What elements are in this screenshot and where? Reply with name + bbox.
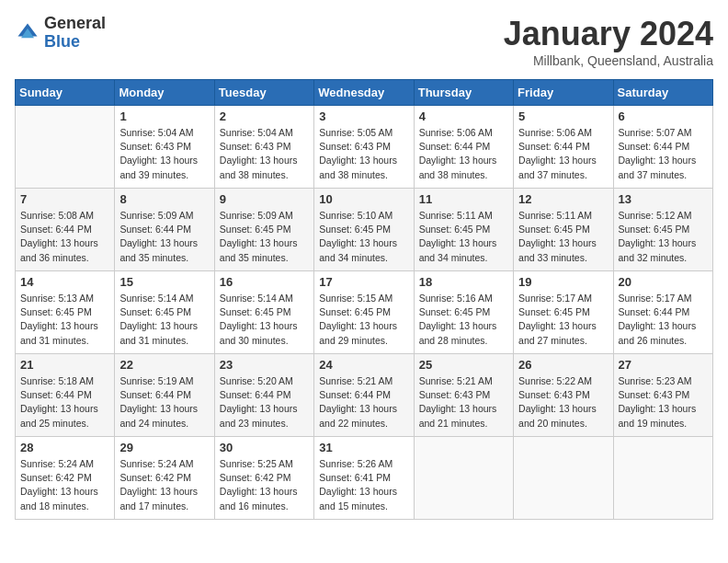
calendar-cell: 19Sunrise: 5:17 AM Sunset: 6:45 PM Dayli…	[514, 271, 613, 354]
day-of-week-header: Sunday	[16, 80, 115, 106]
calendar-cell: 15Sunrise: 5:14 AM Sunset: 6:45 PM Dayli…	[115, 271, 214, 354]
day-info: Sunrise: 5:24 AM Sunset: 6:42 PM Dayligh…	[20, 457, 109, 513]
calendar-cell: 29Sunrise: 5:24 AM Sunset: 6:42 PM Dayli…	[115, 437, 214, 520]
day-info: Sunrise: 5:08 AM Sunset: 6:44 PM Dayligh…	[20, 209, 109, 265]
day-number: 16	[220, 275, 309, 289]
day-info: Sunrise: 5:14 AM Sunset: 6:45 PM Dayligh…	[220, 292, 309, 348]
calendar-cell: 3Sunrise: 5:05 AM Sunset: 6:43 PM Daylig…	[314, 106, 414, 189]
day-number: 19	[518, 275, 608, 289]
calendar-cell: 7Sunrise: 5:08 AM Sunset: 6:44 PM Daylig…	[16, 189, 115, 271]
title-block: January 2024 Millbank, Queensland, Austr…	[504, 15, 713, 68]
calendar-cell: 8Sunrise: 5:09 AM Sunset: 6:44 PM Daylig…	[115, 189, 214, 271]
day-number: 1	[119, 109, 209, 123]
day-number: 29	[119, 441, 209, 454]
day-info: Sunrise: 5:04 AM Sunset: 6:43 PM Dayligh…	[119, 126, 209, 182]
day-info: Sunrise: 5:14 AM Sunset: 6:45 PM Dayligh…	[119, 292, 209, 348]
day-number: 9	[220, 192, 309, 206]
day-info: Sunrise: 5:09 AM Sunset: 6:44 PM Dayligh…	[119, 209, 209, 265]
day-number: 22	[119, 358, 209, 372]
day-info: Sunrise: 5:19 AM Sunset: 6:44 PM Dayligh…	[119, 374, 209, 431]
calendar-cell: 14Sunrise: 5:13 AM Sunset: 6:45 PM Dayli…	[16, 271, 115, 354]
calendar-week-row: 28Sunrise: 5:24 AM Sunset: 6:42 PM Dayli…	[16, 437, 713, 520]
day-number: 3	[319, 109, 408, 123]
calendar-cell: 21Sunrise: 5:18 AM Sunset: 6:44 PM Dayli…	[16, 354, 115, 437]
day-info: Sunrise: 5:21 AM Sunset: 6:44 PM Dayligh…	[319, 374, 408, 431]
logo-blue: Blue	[44, 33, 106, 52]
calendar-week-row: 21Sunrise: 5:18 AM Sunset: 6:44 PM Dayli…	[16, 354, 713, 437]
day-number: 12	[518, 192, 608, 206]
location: Millbank, Queensland, Australia	[504, 53, 713, 68]
day-number: 10	[319, 192, 408, 206]
calendar-cell	[16, 106, 115, 189]
calendar-header-row: SundayMondayTuesdayWednesdayThursdayFrid…	[16, 80, 713, 106]
day-info: Sunrise: 5:17 AM Sunset: 6:45 PM Dayligh…	[518, 292, 608, 348]
day-info: Sunrise: 5:11 AM Sunset: 6:45 PM Dayligh…	[419, 209, 508, 265]
day-info: Sunrise: 5:16 AM Sunset: 6:45 PM Dayligh…	[419, 292, 508, 348]
day-number: 31	[319, 441, 408, 454]
calendar-cell: 1Sunrise: 5:04 AM Sunset: 6:43 PM Daylig…	[115, 106, 214, 189]
day-of-week-header: Thursday	[414, 80, 513, 106]
day-info: Sunrise: 5:21 AM Sunset: 6:43 PM Dayligh…	[419, 374, 508, 431]
day-number: 8	[119, 192, 209, 206]
calendar-cell: 9Sunrise: 5:09 AM Sunset: 6:45 PM Daylig…	[214, 189, 313, 271]
page-header: General Blue January 2024 Millbank, Quee…	[15, 15, 713, 68]
calendar-cell: 5Sunrise: 5:06 AM Sunset: 6:44 PM Daylig…	[514, 106, 613, 189]
calendar-week-row: 14Sunrise: 5:13 AM Sunset: 6:45 PM Dayli…	[16, 271, 713, 354]
logo-text: General Blue	[44, 15, 106, 52]
calendar-cell: 10Sunrise: 5:10 AM Sunset: 6:45 PM Dayli…	[314, 189, 414, 271]
calendar-cell: 25Sunrise: 5:21 AM Sunset: 6:43 PM Dayli…	[414, 354, 513, 437]
calendar-cell	[613, 437, 712, 520]
day-number: 17	[319, 275, 408, 289]
day-info: Sunrise: 5:26 AM Sunset: 6:41 PM Dayligh…	[319, 457, 408, 513]
day-info: Sunrise: 5:05 AM Sunset: 6:43 PM Dayligh…	[319, 126, 408, 182]
calendar-cell	[414, 437, 513, 520]
calendar-cell: 27Sunrise: 5:23 AM Sunset: 6:43 PM Dayli…	[613, 354, 712, 437]
day-info: Sunrise: 5:07 AM Sunset: 6:44 PM Dayligh…	[619, 126, 708, 182]
day-of-week-header: Saturday	[613, 80, 712, 106]
day-number: 2	[220, 109, 309, 123]
day-info: Sunrise: 5:17 AM Sunset: 6:44 PM Dayligh…	[619, 292, 708, 348]
calendar-cell: 12Sunrise: 5:11 AM Sunset: 6:45 PM Dayli…	[514, 189, 613, 271]
day-info: Sunrise: 5:11 AM Sunset: 6:45 PM Dayligh…	[518, 209, 608, 265]
day-info: Sunrise: 5:04 AM Sunset: 6:43 PM Dayligh…	[220, 126, 309, 182]
calendar-cell: 4Sunrise: 5:06 AM Sunset: 6:44 PM Daylig…	[414, 106, 513, 189]
calendar-cell: 6Sunrise: 5:07 AM Sunset: 6:44 PM Daylig…	[613, 106, 712, 189]
day-number: 21	[20, 358, 109, 372]
day-info: Sunrise: 5:18 AM Sunset: 6:44 PM Dayligh…	[20, 374, 109, 431]
day-number: 14	[20, 275, 109, 289]
month-title: January 2024	[504, 15, 713, 53]
calendar-cell: 17Sunrise: 5:15 AM Sunset: 6:45 PM Dayli…	[314, 271, 414, 354]
calendar-cell: 23Sunrise: 5:20 AM Sunset: 6:44 PM Dayli…	[214, 354, 313, 437]
day-number: 26	[518, 358, 608, 372]
calendar-cell: 31Sunrise: 5:26 AM Sunset: 6:41 PM Dayli…	[314, 437, 414, 520]
calendar-cell: 24Sunrise: 5:21 AM Sunset: 6:44 PM Dayli…	[314, 354, 414, 437]
calendar-cell: 11Sunrise: 5:11 AM Sunset: 6:45 PM Dayli…	[414, 189, 513, 271]
day-info: Sunrise: 5:15 AM Sunset: 6:45 PM Dayligh…	[319, 292, 408, 348]
day-number: 15	[119, 275, 209, 289]
calendar-week-row: 7Sunrise: 5:08 AM Sunset: 6:44 PM Daylig…	[16, 189, 713, 271]
day-number: 6	[619, 109, 708, 123]
calendar-cell: 18Sunrise: 5:16 AM Sunset: 6:45 PM Dayli…	[414, 271, 513, 354]
calendar-cell: 16Sunrise: 5:14 AM Sunset: 6:45 PM Dayli…	[214, 271, 313, 354]
day-number: 24	[319, 358, 408, 372]
day-info: Sunrise: 5:13 AM Sunset: 6:45 PM Dayligh…	[20, 292, 109, 348]
day-number: 11	[419, 192, 508, 206]
calendar-week-row: 1Sunrise: 5:04 AM Sunset: 6:43 PM Daylig…	[16, 106, 713, 189]
day-info: Sunrise: 5:06 AM Sunset: 6:44 PM Dayligh…	[419, 126, 508, 182]
day-info: Sunrise: 5:10 AM Sunset: 6:45 PM Dayligh…	[319, 209, 408, 265]
day-number: 23	[220, 358, 309, 372]
day-of-week-header: Friday	[514, 80, 613, 106]
day-info: Sunrise: 5:25 AM Sunset: 6:42 PM Dayligh…	[220, 457, 309, 513]
day-info: Sunrise: 5:22 AM Sunset: 6:43 PM Dayligh…	[518, 374, 608, 431]
day-number: 13	[619, 192, 708, 206]
day-info: Sunrise: 5:06 AM Sunset: 6:44 PM Dayligh…	[518, 126, 608, 182]
day-number: 5	[518, 109, 608, 123]
day-info: Sunrise: 5:23 AM Sunset: 6:43 PM Dayligh…	[619, 374, 708, 431]
day-of-week-header: Monday	[115, 80, 214, 106]
day-info: Sunrise: 5:12 AM Sunset: 6:45 PM Dayligh…	[619, 209, 708, 265]
day-number: 7	[20, 192, 109, 206]
logo-icon	[15, 20, 40, 46]
calendar-cell: 30Sunrise: 5:25 AM Sunset: 6:42 PM Dayli…	[214, 437, 313, 520]
day-number: 28	[20, 441, 109, 454]
day-number: 18	[419, 275, 508, 289]
